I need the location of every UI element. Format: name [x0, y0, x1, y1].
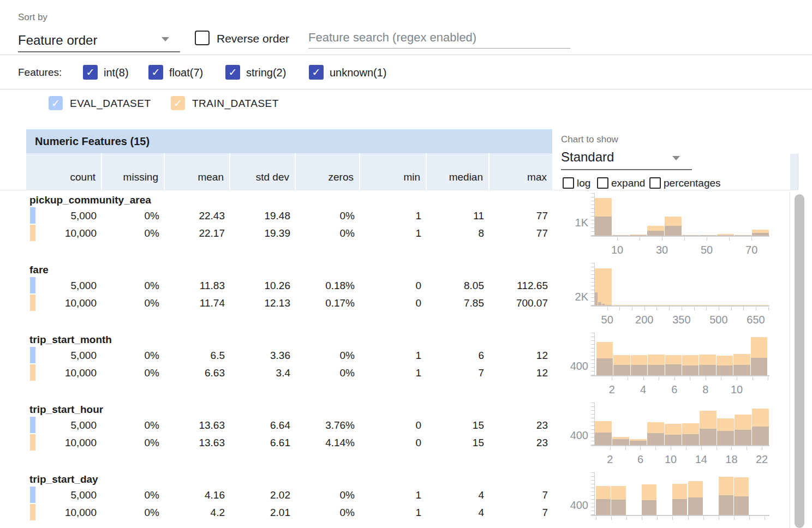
- x-axis-tick-label: 10: [731, 383, 743, 396]
- histogram-plot: [595, 472, 769, 515]
- x-axis-tick: [674, 377, 675, 380]
- histogram-plot: [595, 263, 769, 305]
- x-axis-tick: [644, 307, 645, 310]
- type-filter-float-label: float(7): [169, 67, 203, 79]
- stat-value: 0%: [101, 277, 164, 294]
- stat-row-eval: 5,0000%13.636.643.76%01523: [26, 417, 552, 434]
- eval-histogram-bar: [595, 433, 612, 445]
- stat-value: 5,000: [26, 417, 101, 434]
- stat-value: 5,000: [26, 207, 101, 224]
- stat-row-train: 10,0000%13.636.614.14%01523: [26, 434, 552, 451]
- y-axis-label: 400: [561, 499, 588, 511]
- stat-value: 13.63: [164, 417, 229, 434]
- stat-value: 0%: [295, 504, 359, 521]
- stat-value: 19.39: [229, 225, 295, 242]
- stat-value: 1: [359, 487, 426, 503]
- sort-by-select[interactable]: Feature order: [18, 26, 180, 52]
- eval-histogram-bar: [682, 365, 698, 375]
- x-axis-tick: [643, 377, 644, 380]
- stat-value: 8.05: [426, 277, 488, 294]
- dataset-label-train: TRAIN_DATASET: [192, 98, 279, 110]
- eval-histogram-bar: [733, 365, 750, 375]
- stat-value: 10,000: [26, 225, 101, 242]
- x-axis-tick: [625, 447, 626, 450]
- type-filter-string-checkbox[interactable]: [225, 65, 240, 80]
- x-axis-tick: [706, 307, 707, 310]
- stat-value: 13.63: [164, 434, 229, 451]
- section-title: Numeric Features (15): [35, 135, 150, 148]
- reverse-order-checkbox[interactable]: [195, 31, 210, 45]
- chart-to-show-label: Chart to show: [561, 134, 618, 145]
- x-axis-tick: [684, 237, 685, 241]
- stat-value: 6: [426, 347, 488, 364]
- stat-value: 0%: [295, 207, 359, 224]
- x-axis-tick-label: 50: [701, 244, 713, 256]
- x-axis-tick: [690, 377, 690, 380]
- x-axis-line: [591, 375, 769, 376]
- y-axis-label: 400: [561, 360, 588, 372]
- stat-value: 0%: [101, 225, 164, 242]
- eval-histogram-bar: [672, 499, 687, 515]
- histogram-plot: [595, 403, 769, 445]
- x-axis-tick: [596, 517, 596, 520]
- eval-histogram-bar: [595, 217, 612, 236]
- x-axis-tick: [688, 517, 689, 520]
- type-filter-unknown-checkbox[interactable]: [309, 65, 324, 80]
- stat-value: 0%: [101, 417, 164, 434]
- x-axis-tick: [729, 237, 730, 241]
- x-axis-tick-label: 2: [607, 453, 613, 466]
- y-axis-label: 2K: [561, 291, 588, 303]
- feature-search-input[interactable]: [308, 31, 570, 49]
- stat-value: 19.48: [229, 207, 295, 224]
- log-checkbox[interactable]: [563, 177, 574, 189]
- train-series-swatch: [30, 295, 35, 311]
- percentages-checkbox[interactable]: [649, 177, 661, 189]
- stat-value: 112.65: [488, 277, 552, 294]
- chart-type-select[interactable]: Standard: [561, 148, 692, 170]
- sort-by-label: Sort by: [18, 12, 47, 23]
- x-axis-tick: [607, 307, 608, 310]
- feature-name: trip_start_hour: [29, 404, 103, 416]
- eval-histogram-bar: [642, 500, 656, 515]
- type-filter-string-label: string(2): [246, 67, 286, 79]
- stat-value: 0.17%: [295, 295, 359, 311]
- x-axis-tick: [719, 517, 719, 520]
- feature-histogram: 400: [561, 471, 797, 528]
- x-axis-tick: [731, 447, 732, 450]
- stat-row-eval: 5,0000%22.4319.480%11177: [26, 207, 552, 224]
- x-axis-tick: [743, 307, 744, 310]
- x-axis-tick: [756, 307, 756, 310]
- x-axis-tick: [749, 517, 750, 520]
- eval-histogram-bar: [751, 358, 767, 375]
- dataset-toggle-eval-checkbox[interactable]: [49, 96, 63, 110]
- x-axis-tick: [762, 447, 762, 450]
- eval-histogram-bar: [734, 496, 749, 515]
- x-axis-tick: [612, 377, 612, 380]
- expand-label: expand: [611, 177, 645, 189]
- type-filter-int-checkbox[interactable]: [83, 65, 98, 80]
- eval-histogram-bar: [717, 431, 734, 445]
- stat-value: 4.16: [164, 487, 229, 503]
- type-filter-float-checkbox[interactable]: [148, 65, 163, 80]
- column-header-row: countmissingmeanstd devzerosminmedianmax: [26, 153, 552, 190]
- eval-series-swatch: [30, 207, 35, 224]
- feature-histogram: 400 2610141822: [561, 401, 797, 471]
- dataset-toggle-train-checkbox[interactable]: [171, 96, 185, 110]
- expand-checkbox[interactable]: [597, 177, 608, 189]
- x-axis-tick: [706, 377, 706, 380]
- stat-value: 7.85: [426, 295, 488, 311]
- x-axis-tick-label: 350: [672, 314, 690, 326]
- stat-row-eval: 5,0000%6.53.360%1612: [26, 347, 552, 364]
- stat-value: 0%: [101, 487, 164, 503]
- sort-by-value: Feature order: [18, 33, 97, 48]
- dataset-label-eval: EVAL_DATASET: [70, 98, 151, 110]
- stat-value: 0%: [101, 207, 164, 224]
- chart-type-value: Standard: [561, 149, 614, 165]
- vertical-scrollbar[interactable]: [795, 194, 804, 528]
- type-filter-unknown-label: unknown(1): [330, 67, 387, 79]
- column-header-min: min: [359, 153, 426, 190]
- x-axis-tick: [731, 307, 732, 310]
- column-header-mean: mean: [164, 153, 229, 190]
- stat-row-eval: 5,0000%4.162.020%147: [26, 487, 552, 503]
- stat-row-train: 10,0000%6.633.40%1712: [26, 364, 552, 381]
